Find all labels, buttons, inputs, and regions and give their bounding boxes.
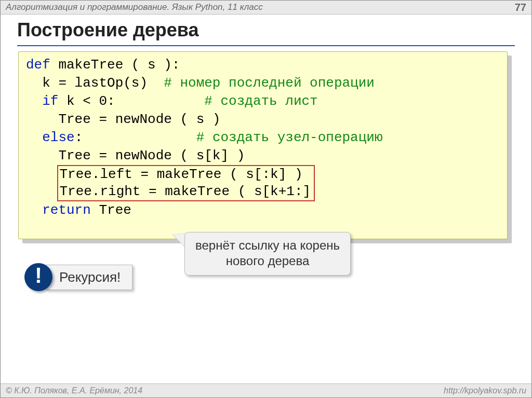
indent-l7 [26, 184, 58, 199]
comment-l5: # создать узел-операцию [196, 130, 383, 145]
comment-l3: # создать лист [204, 93, 317, 109]
callout-box: вернёт ссылку на корень нового дерева [184, 232, 351, 276]
code-l2: k = lastOp(s) [26, 75, 164, 91]
slide: Алгоритмизация и программирование. Язык … [0, 0, 532, 398]
slide-title: Построение дерева [17, 19, 199, 41]
kw-def: def [26, 57, 50, 73]
course-label: Алгоритмизация и программирование. Язык … [6, 2, 263, 12]
highlight-box: Tree.left = makeTree ( s[:k] ) Tree.righ… [57, 165, 315, 201]
code-sig: makeTree ( s ): [50, 57, 180, 73]
footer-url: http://kpolyakov.spb.ru [444, 386, 526, 395]
kw-else: else [26, 130, 75, 145]
page-number: 77 [515, 2, 526, 13]
exclamation-icon: ! [24, 263, 52, 291]
recursion-label: Рекурсия! [46, 265, 132, 290]
kw-return: return [26, 202, 91, 218]
code-l5: : [75, 130, 196, 145]
code-l8: Tree.right = makeTree ( s[k+1:] [59, 184, 311, 199]
footer-bar: © К.Ю. Поляков, Е.А. Ерёмин, 2014 http:/… [1, 383, 531, 397]
code-l4: Tree = newNode ( s ) [26, 112, 220, 127]
code-block: def makeTree ( s ): k = lastOp(s) # номе… [18, 51, 508, 239]
code-l3: k < 0: [58, 93, 204, 109]
recursion-note: ! Рекурсия! [24, 263, 132, 291]
kw-if: if [26, 93, 58, 109]
code-l9: Tree [91, 202, 131, 218]
comment-l2: # номер последней операции [164, 75, 375, 91]
header-bar: Алгоритмизация и программирование. Язык … [1, 1, 531, 15]
code-l7: Tree.left = makeTree ( s[:k] ) [59, 167, 302, 182]
title-underline [17, 45, 515, 46]
copyright-label: © К.Ю. Поляков, Е.А. Ерёмин, 2014 [6, 386, 142, 395]
code-l6: Tree = newNode ( s[k] ) [26, 148, 245, 163]
